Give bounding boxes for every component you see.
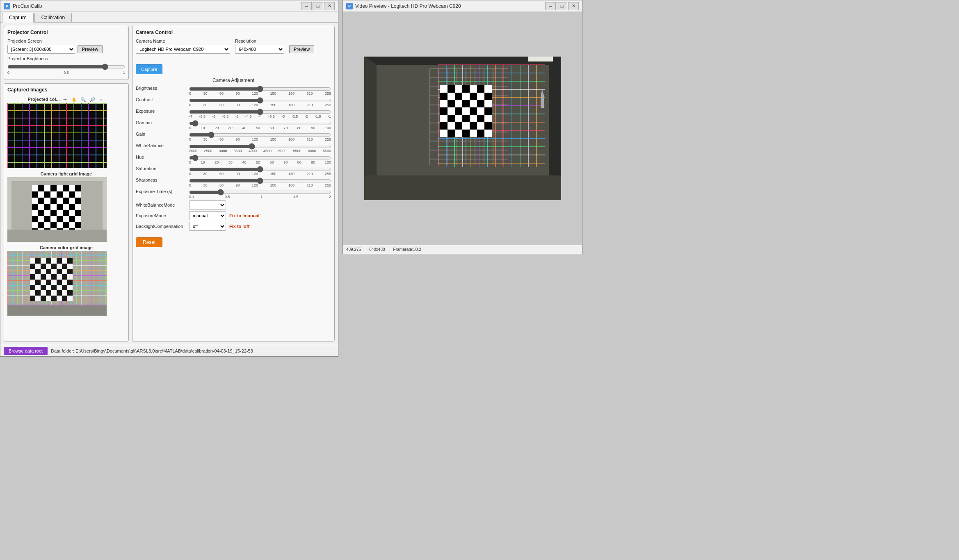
bw-grid-canvas <box>7 177 107 242</box>
slider-label-5: WhiteBalance <box>136 143 189 148</box>
data-folder-text: Data folder: E:\Users\Bingy\Documents\gi… <box>51 348 253 353</box>
slider-row-8: Sharpness0306090120150180210255 <box>136 178 331 187</box>
browse-button[interactable]: Browse data root <box>4 347 48 355</box>
video-window: P Video Preview - Logitech HD Pro Webcam… <box>342 0 582 254</box>
video-resolution: 640x480 <box>369 247 385 252</box>
image-item-2: Camera color grid image <box>7 245 125 316</box>
resolution-group: Resolution 640x480 <box>235 39 284 54</box>
dropdown-select-1[interactable]: manual <box>189 211 226 220</box>
dropdowns-container: WhiteBalanceModeExposureModemanualFix to… <box>136 200 331 231</box>
title-bar-left: P ProCamCalib <box>4 3 42 9</box>
video-canvas <box>364 57 561 200</box>
image-label-1: Camera light grid image <box>7 171 125 176</box>
video-framerate: Framerate:30.2 <box>393 247 421 252</box>
image-label-2: Camera color grid image <box>7 245 125 250</box>
color-grid-canvas-2 <box>7 251 107 316</box>
slider-label-8: Sharpness <box>136 178 189 182</box>
camera-control-title: Camera Control <box>136 30 331 35</box>
slider-ticks-9: 0.10.511.52 <box>189 195 331 199</box>
slider-label-2: Exposure <box>136 109 189 114</box>
camera-preview-button[interactable]: Preview <box>289 45 314 53</box>
slider-ticks-1: 0306090120150180210255 <box>189 103 331 107</box>
dropdown-label-1: ExposureMode <box>136 213 189 218</box>
resolution-dropdown[interactable]: 640x480 <box>235 45 284 54</box>
dropdown-row-2: BacklightCompensationoffFix to 'off' <box>136 222 331 231</box>
slider-row-1: Contrast0306090120150180210255 <box>136 97 331 107</box>
captured-images-panel: Captured Images Projected col... ✛ ✋ 🔍 🔎… <box>4 83 129 341</box>
tab-calibration[interactable]: Calibration <box>34 13 72 22</box>
dropdown-label-0: WhiteBalanceMode <box>136 203 189 207</box>
resolution-label: Resolution <box>235 39 284 43</box>
slider-area-8: 0306090120150180210255 <box>189 178 331 187</box>
video-title-bar-controls: ─ □ ✕ <box>545 2 579 10</box>
slider-row-6: Hue0102030405060708090100 <box>136 155 331 164</box>
camera-capture-button[interactable]: Capture <box>136 64 162 74</box>
slider-area-9: 0.10.511.52 <box>189 189 331 199</box>
screen-dropdown[interactable]: [Screen: 3] 800x600 <box>7 45 75 54</box>
slider-ticks-3: 0102030405060708090100 <box>189 126 331 130</box>
slider-area-5: 2000250030003500400045005000550060006500 <box>189 143 331 153</box>
camera-adjustment-title: Camera Adjusment <box>136 77 331 83</box>
slider-area-7: 0306090120150180210255 <box>189 166 331 176</box>
slider-row-4: Gain0306090120150180210255 <box>136 132 331 141</box>
app-icon: P <box>4 3 10 9</box>
slider-area-6: 0102030405060708090100 <box>189 155 331 164</box>
slider-ticks-2: -7-6.5-6-5.5-5-4.5-4-3.5-3-2.5-2-1.5-1 <box>189 114 331 118</box>
camera-control-panel: Camera Control Camera Name Logitech HD P… <box>132 26 335 341</box>
slider-label-1: Contrast <box>136 97 189 102</box>
projector-preview-button[interactable]: Preview <box>78 45 103 53</box>
slider-ticks-4: 0306090120150180210255 <box>189 137 331 141</box>
sliders-container: Brightness0306090120150180210255Contrast… <box>136 86 331 199</box>
bottom-bar: Browse data root Data folder: E:\Users\B… <box>0 345 338 356</box>
slider-row-0: Brightness0306090120150180210255 <box>136 86 331 96</box>
slider-row-3: Gamma0102030405060708090100 <box>136 120 331 130</box>
slider-row-2: Exposure-7-6.5-6-5.5-5-4.5-4-3.5-3-2.5-2… <box>136 109 331 118</box>
close-button[interactable]: ✕ <box>324 2 335 10</box>
app-title: ProCamCalib <box>13 3 42 9</box>
video-maximize-button[interactable]: □ <box>557 2 567 10</box>
slider-ticks-7: 0306090120150180210255 <box>189 172 331 176</box>
zoom-out-icon[interactable]: 🔎 <box>89 96 96 103</box>
slider-row-7: Saturation0306090120150180210255 <box>136 166 331 176</box>
video-close-button[interactable]: ✕ <box>568 2 579 10</box>
slider-area-3: 0102030405060708090100 <box>189 120 331 130</box>
tab-capture[interactable]: Capture <box>2 13 34 23</box>
slider-row-9: Exposure Time (s)0.10.511.52 <box>136 189 331 199</box>
hand-icon[interactable]: ✋ <box>71 96 78 103</box>
slider-label-4: Gain <box>136 132 189 137</box>
maximize-button[interactable]: □ <box>313 2 323 10</box>
minimize-button[interactable]: ─ <box>301 2 312 10</box>
video-coordinates: 409.275 <box>346 247 361 252</box>
fix-text-2: Fix to 'off' <box>229 224 251 229</box>
slider-label-6: Hue <box>136 155 189 159</box>
slider-ticks-5: 2000250030003500400045005000550060006500 <box>189 149 331 153</box>
video-status-bar: 409.275 640x480 Framerate:30.2 <box>343 245 582 254</box>
camera-name-group: Camera Name Logitech HD Pro Webcam C920 <box>136 39 230 54</box>
brightness-slider-container: Projector Brightness 0 0.5 1 <box>7 56 125 76</box>
video-minimize-button[interactable]: ─ <box>545 2 556 10</box>
video-content <box>343 12 582 245</box>
dropdown-select-2[interactable]: off <box>189 222 226 231</box>
dropdown-row-1: ExposureModemanualFix to 'manual' <box>136 211 331 220</box>
camera-name-dropdown[interactable]: Logitech HD Pro Webcam C920 <box>136 45 230 54</box>
move-icon[interactable]: ✛ <box>62 96 69 103</box>
dropdown-select-0[interactable] <box>189 200 226 209</box>
title-bar-controls: ─ □ ✕ <box>301 2 335 10</box>
left-panel: Projector Control Projecion Screen [Scre… <box>4 26 129 341</box>
slider-row-5: WhiteBalance2000250030003500400045005000… <box>136 143 331 153</box>
camera-control-header: Camera Name Logitech HD Pro Webcam C920 … <box>136 39 331 74</box>
brightness-slider[interactable] <box>7 64 125 70</box>
image-item-1: Camera light grid image <box>7 171 125 242</box>
main-title-bar: P ProCamCalib ─ □ ✕ <box>0 0 338 12</box>
slider-label-9: Exposure Time (s) <box>136 189 189 194</box>
reset-button[interactable]: Reset <box>136 237 162 247</box>
slider-label-7: Saturation <box>136 166 189 171</box>
dropdown-label-2: BacklightCompensation <box>136 224 189 229</box>
zoom-in-icon[interactable]: 🔍 <box>80 96 87 103</box>
tab-bar: Capture Calibration <box>0 12 338 23</box>
slider-label-3: Gamma <box>136 120 189 125</box>
home-icon[interactable]: ⌂ <box>98 96 105 103</box>
image-toolbar-0: Projected col... ✛ ✋ 🔍 🔎 ⌂ <box>7 96 125 103</box>
video-title-bar-left: P Video Preview - Logitech HD Pro Webcam… <box>346 3 461 9</box>
brightness-label: Projector Brightness <box>7 56 125 61</box>
